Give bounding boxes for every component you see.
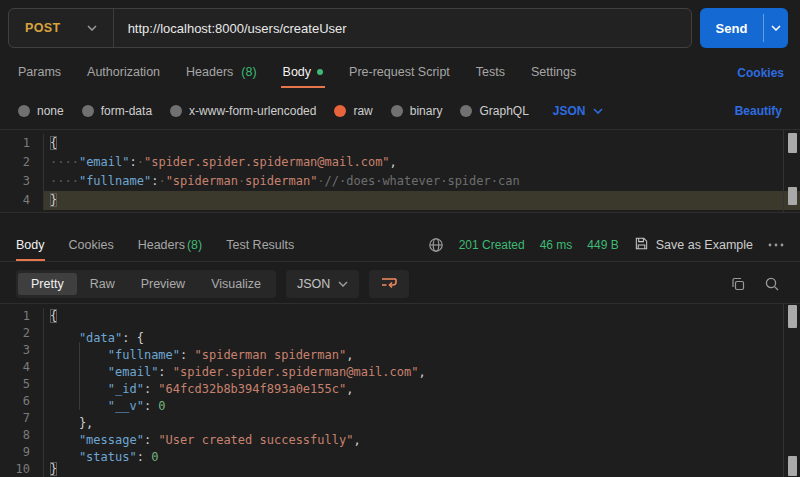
radio-label: none [37, 104, 64, 118]
radio-form-data[interactable]: form-data [82, 104, 152, 118]
line-number: 5 [0, 376, 44, 393]
response-meta: 201 Created 46 ms 449 B Save as Example [428, 236, 784, 254]
view-pretty[interactable]: Pretty [18, 273, 77, 295]
wrap-lines-button[interactable] [369, 270, 409, 298]
radio-label: x-www-form-urlencoded [189, 104, 316, 118]
scrollbar-thumb[interactable] [788, 305, 797, 328]
beautify-link[interactable]: Beautify [735, 104, 782, 118]
tab-headers[interactable]: Headers (8) [184, 58, 259, 88]
code-line-content: }, [44, 410, 800, 427]
radio-circle-icon [18, 105, 30, 117]
code-token [50, 342, 79, 359]
response-size: 449 B [587, 238, 618, 252]
tab-pre-request-script[interactable]: Pre-request Script [347, 58, 452, 88]
more-options-button[interactable] [768, 243, 784, 247]
request-language-dropdown[interactable]: JSON [553, 104, 603, 118]
scrollbar-track [783, 304, 800, 477]
radio-label: binary [410, 104, 443, 118]
radio-x-www-form-urlencoded[interactable]: x-www-form-urlencoded [170, 104, 316, 118]
radio-raw[interactable]: raw [334, 104, 372, 118]
request-body-editor[interactable]: 1{2····"email":·"spider.spider.spiderman… [0, 129, 800, 213]
code-token: · [158, 174, 165, 188]
response-language-dropdown[interactable]: JSON [286, 270, 359, 298]
body-modified-dot-icon [317, 69, 323, 75]
code-token: { [50, 309, 57, 323]
line-number: 7 [0, 410, 44, 427]
tab-label: Test Results [226, 238, 294, 252]
code-token: · [137, 155, 144, 169]
cookies-link[interactable]: Cookies [737, 66, 784, 80]
code-line: 1{ [0, 134, 800, 153]
code-line: 1{ [0, 308, 800, 325]
send-button[interactable]: Send [700, 8, 788, 48]
tab-params[interactable]: Params [16, 58, 63, 88]
send-label[interactable]: Send [700, 8, 763, 48]
response-body-editor[interactable]: 1{2"data": {3"fullname": "spiderman spid… [0, 303, 800, 477]
scrollbar-thumb[interactable] [788, 133, 797, 153]
tab-authorization[interactable]: Authorization [85, 58, 162, 88]
code-token: } [50, 462, 57, 476]
floppy-disk-icon [634, 236, 649, 254]
line-number: 4 [0, 191, 44, 210]
code-token [79, 393, 108, 410]
code-token: "fullname" [79, 174, 151, 188]
code-line: 7}, [0, 410, 800, 427]
response-tab-cookies[interactable]: Cookies [69, 228, 114, 261]
code-line-content: ····"fullname":·"spiderman·spiderman"·//… [44, 172, 800, 191]
tab-label: Authorization [87, 65, 160, 79]
request-tabs: Params Authorization Headers (8) Body Pr… [0, 58, 800, 88]
url-input[interactable] [114, 21, 691, 36]
code-token [79, 342, 108, 359]
tab-body[interactable]: Body [281, 58, 326, 88]
radio-graphql[interactable]: GraphQL [460, 104, 528, 118]
scrollbar-track [783, 130, 800, 212]
save-as-example-button[interactable]: Save as Example [634, 236, 753, 254]
code-token: //·does·whatever·spider·can [325, 174, 520, 188]
line-wrap-icon [380, 275, 398, 294]
view-raw[interactable]: Raw [77, 273, 128, 295]
code-line: 4"email": "spider.spider.spiderman@mail.… [0, 359, 800, 376]
code-token: spiderman" [245, 174, 317, 188]
code-token: "spider.spider.spiderman@mail.com" [144, 155, 390, 169]
tab-label: Body [16, 238, 45, 252]
response-tab-headers[interactable]: Headers (8) [138, 228, 203, 261]
code-token: · [317, 174, 324, 188]
globe-icon[interactable] [428, 237, 444, 253]
url-row: POST Send [8, 8, 788, 48]
code-token: ···· [50, 174, 79, 188]
chevron-down-icon [338, 281, 348, 287]
code-line: 4} [0, 191, 800, 210]
line-number: 2 [0, 153, 44, 172]
view-preview[interactable]: Preview [128, 273, 198, 295]
cursor-line-marker[interactable] [788, 187, 797, 205]
line-number: 1 [0, 308, 44, 325]
code-token: "email" [79, 155, 130, 169]
response-tab-test-results[interactable]: Test Results [226, 228, 294, 261]
code-line: 3"fullname": "spiderman spiderman", [0, 342, 800, 359]
code-token [50, 376, 79, 393]
response-time: 46 ms [540, 238, 573, 252]
chevron-down-icon [593, 108, 603, 114]
code-token [79, 376, 108, 393]
tab-label: Settings [531, 65, 576, 79]
tab-label: Cookies [69, 238, 114, 252]
radio-binary[interactable]: binary [391, 104, 443, 118]
chevron-down-icon [87, 25, 97, 31]
tab-tests[interactable]: Tests [474, 58, 507, 88]
view-visualize[interactable]: Visualize [198, 273, 274, 295]
radio-circle-icon [460, 105, 472, 117]
tab-settings[interactable]: Settings [529, 58, 578, 88]
tab-label: Pre-request Script [349, 65, 450, 79]
send-options-button[interactable] [764, 8, 788, 48]
view-switcher: Pretty Raw Preview Visualize [16, 270, 276, 298]
response-tab-body[interactable]: Body [16, 228, 45, 261]
code-line-content: "status": 0 [44, 444, 800, 461]
copy-button[interactable] [730, 276, 746, 292]
search-icon[interactable] [764, 276, 780, 292]
line-number: 2 [0, 325, 44, 342]
radio-none[interactable]: none [18, 104, 64, 118]
code-token [50, 410, 79, 427]
method-dropdown[interactable]: POST [9, 9, 113, 47]
scrollbar-marker[interactable] [788, 456, 797, 476]
url-bar: POST [8, 8, 692, 48]
